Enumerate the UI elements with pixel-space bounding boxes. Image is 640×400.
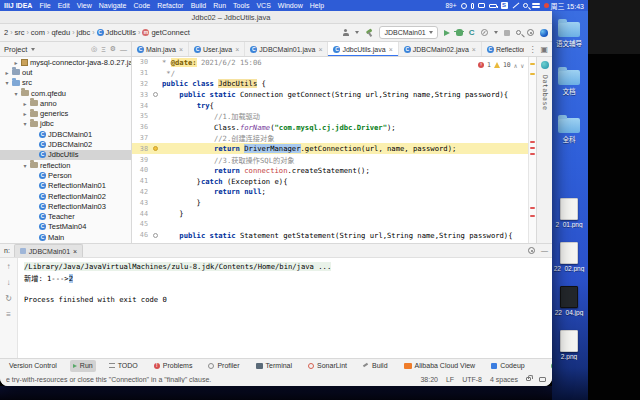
screen-reader-icon[interactable] [539,377,546,382]
tree-item-out[interactable]: ▸out [0,67,131,77]
tree-item-reflectionmain02[interactable]: CReflectionMain02 [0,191,131,201]
indent-setting[interactable]: 4 spaces [490,376,518,383]
code-line[interactable]: 37 //2.创建连接对象 [132,133,552,144]
tree-item-anno[interactable]: ▸anno [0,98,131,108]
breadcrumb-item[interactable]: qfedu [51,28,70,37]
close-icon[interactable]: × [235,46,239,53]
search-icon[interactable] [523,3,528,8]
wifi-off-icon[interactable] [512,2,519,9]
tree-item-jdbcmain01[interactable]: CJDBCMain01 [0,129,131,139]
more-tabs-icon[interactable]: ⋮ [528,45,536,54]
tree-arrow-icon[interactable]: ▾ [4,79,10,86]
tab-user-java[interactable]: CUser.java× [189,42,245,56]
code-line[interactable]: 44 } [132,208,552,219]
toolwindow-build[interactable]: Build [360,360,391,372]
tree-item-com.qfedu[interactable]: ▾com.qfedu [0,88,131,98]
code-line[interactable]: 32public class JdbcUtils { [132,79,552,90]
toolwindow-profiler[interactable]: Profiler [205,360,242,372]
tree-item-person[interactable]: CPerson [0,170,131,180]
tree-arrow-icon[interactable]: ▾ [13,90,19,97]
console-output[interactable]: /Library/Java/JavaVirtualMachines/zulu-8… [18,258,552,358]
desktop-file[interactable]: 22_04.jpg [552,286,586,316]
locate-file-icon[interactable]: ◎ [91,45,97,53]
hide-panel-icon[interactable]: — [120,46,127,53]
error-stripe-scrollbar[interactable] [528,57,536,243]
tree-arrow-icon[interactable]: ▸ [13,59,19,66]
toolwindow-sonarlint[interactable]: SonarLint [305,360,350,372]
desktop-folder[interactable]: 文档 [552,70,586,96]
settings-gear-icon[interactable] [527,29,534,36]
breadcrumb-class[interactable]: CJdbcUtils [97,28,136,37]
menu-item-window[interactable]: Window [278,2,303,9]
breadcrumb-item[interactable]: jdbc [77,28,91,37]
screenshot-icon[interactable] [478,3,485,8]
code-line[interactable]: 36 Class.forName("com.mysql.cj.jdbc.Driv… [132,122,552,133]
tree-arrow-icon[interactable]: ▸ [4,69,10,76]
line-ending[interactable]: LF [446,376,454,383]
tab-main-java[interactable]: CMain.java× [132,42,189,56]
tree-arrow-icon[interactable]: ▾ [22,162,28,169]
tree-item-jdbcmain02[interactable]: CJDBCMain02 [0,139,131,149]
build-hammer-icon[interactable] [365,29,373,37]
tree-arrow-icon[interactable]: ▸ [22,110,28,117]
tree-item-reflectionmain01[interactable]: CReflectionMain01 [0,181,131,191]
run-config-select[interactable]: JDBCMain01 [379,26,437,39]
menu-item-tools[interactable]: Tools [233,2,249,9]
sogou-input-icon[interactable]: S [501,2,508,9]
down-stack-icon[interactable]: ↓ [7,278,11,287]
tab-jdbcutils-java[interactable]: CJdbcUtils.java× [328,42,398,56]
console-tab[interactable]: JDBCMain01 × [14,244,83,257]
tree-item-jdbcutils[interactable]: CJdbcUtils [0,150,131,160]
tree-arrow-icon[interactable]: ▾ [22,120,28,127]
soft-wrap-icon[interactable]: ≡ [6,310,11,319]
toolwindow-problems[interactable]: !Problems [151,360,196,372]
toolwindow-alibaba-cloud-view[interactable]: Alibaba Cloud View [401,360,479,372]
close-icon[interactable]: × [179,46,183,53]
tree-item-generics[interactable]: ▸generics [0,108,131,118]
tree-item-testmain04[interactable]: CTestMain04 [0,222,131,232]
profiler-button[interactable] [481,29,488,36]
menu-item-help[interactable]: Help [310,2,324,9]
tree-arrow-icon[interactable]: ▸ [22,100,28,107]
right-toolwindow-tab[interactable]: Database [541,75,549,110]
desktop-file[interactable]: 22_02.png [552,242,586,272]
code-line[interactable]: 45 [132,219,552,230]
notification-badge[interactable]: 89+ [446,2,457,9]
code-line[interactable]: 41 }catch (Exception e){ [132,176,552,187]
menu-item-edit[interactable]: Edit [58,2,70,9]
ide-sphere-icon[interactable] [540,29,548,37]
toolwindow-version-control[interactable]: Version Control [6,360,60,372]
menubar-clock[interactable]: 周三 15:43 [551,1,584,11]
tree-item-src[interactable]: ▾src [0,78,131,88]
project-panel-header[interactable]: Project ◎ Ξ ⚙ — [0,42,132,56]
code-line[interactable]: 42 return null; [132,187,552,198]
search-everywhere-icon[interactable] [516,30,522,36]
bluetooth-icon[interactable] [471,3,474,9]
code-editor[interactable]: 30* @date: 2021/6/2 15:0631 */32public c… [132,57,552,243]
lock-icon[interactable] [526,377,531,381]
code-line[interactable]: 33 public static Connection getConnect(S… [132,89,552,100]
tree-item-mysql-connector-java-8.0.27.ja[interactable]: ▸mysql-connector-java-8.0.27.ja [0,57,131,67]
file-encoding[interactable]: UTF-8 [462,376,482,383]
breadcrumb-item[interactable]: com [31,28,45,37]
menu-item-code[interactable]: Code [133,2,150,9]
menu-item-navigate[interactable]: Navigate [99,2,127,9]
tab-jdbcmain01-java[interactable]: CJDBCMain01.java× [245,42,328,56]
code-line[interactable]: 35 //1.加载驱动 [132,111,552,122]
menu-item-file[interactable]: File [39,2,50,9]
caret-position[interactable]: 38:20 [420,376,438,383]
toolwindow-todo[interactable]: TODO [106,360,141,372]
code-line[interactable]: 40 return connection.createStatement(); [132,165,552,176]
tree-item-jdbc[interactable]: ▾jdbc [0,119,131,129]
breadcrumb-method[interactable]: mgetConnect [142,28,189,37]
close-icon[interactable]: × [389,46,393,53]
tree-item-teacher[interactable]: CTeacher [0,211,131,221]
code-line[interactable]: 34 try{ [132,100,552,111]
menu-item-run[interactable]: Run [213,2,226,9]
rerun-icon[interactable]: ↻ [5,294,12,303]
desktop-file[interactable]: 2_01.png [552,198,586,228]
tab-jdbcmain02-java[interactable]: CJDBCMain02.java× [399,42,482,56]
window-titlebar[interactable]: Jdbc02 – JdbcUtils.java [0,11,552,24]
desktop-file[interactable]: 2.png [552,330,586,360]
coverage-button[interactable]: C [469,29,475,37]
